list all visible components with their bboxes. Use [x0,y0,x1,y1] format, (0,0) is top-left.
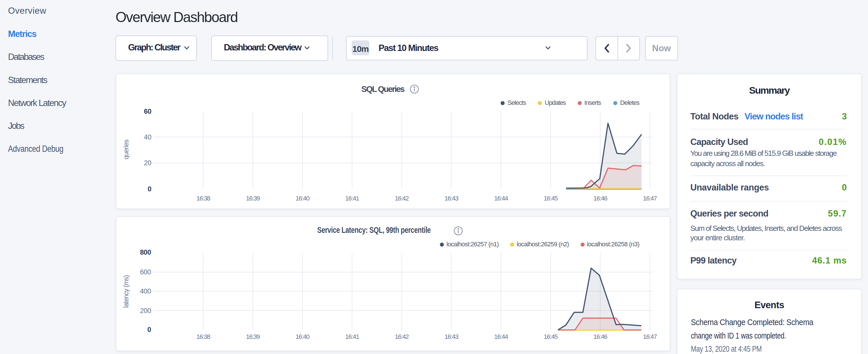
svg-text:16:41: 16:41 [345,195,359,202]
svg-text:16:43: 16:43 [444,333,459,340]
svg-text:600: 600 [140,268,151,276]
svg-text:16:46: 16:46 [593,333,608,340]
svg-text:latency (ms): latency (ms) [122,275,130,308]
svg-text:16:45: 16:45 [544,195,558,202]
svg-text:16:43: 16:43 [444,195,459,202]
svg-text:16:38: 16:38 [196,333,210,340]
svg-text:40: 40 [144,133,151,141]
svg-text:16:46: 16:46 [593,195,608,202]
svg-text:16:40: 16:40 [296,195,310,202]
svg-text:16:47: 16:47 [643,195,657,202]
svg-text:60: 60 [144,107,151,115]
svg-text:0: 0 [147,326,151,333]
svg-text:16:47: 16:47 [643,333,657,340]
svg-text:16:42: 16:42 [395,195,409,202]
svg-text:16:44: 16:44 [494,333,508,340]
svg-text:16:38: 16:38 [196,195,210,202]
svg-text:queries: queries [122,139,130,159]
svg-text:16:39: 16:39 [246,195,260,202]
svg-text:16:40: 16:40 [296,333,310,340]
svg-text:0: 0 [148,185,151,193]
svg-text:16:45: 16:45 [544,333,558,340]
svg-text:16:39: 16:39 [246,333,260,340]
svg-text:20: 20 [144,159,151,167]
svg-text:16:44: 16:44 [494,195,508,202]
svg-text:16:41: 16:41 [345,333,359,340]
svg-text:200: 200 [140,307,151,315]
svg-text:400: 400 [140,287,151,295]
svg-text:800: 800 [140,248,151,256]
svg-text:16:42: 16:42 [395,333,409,340]
